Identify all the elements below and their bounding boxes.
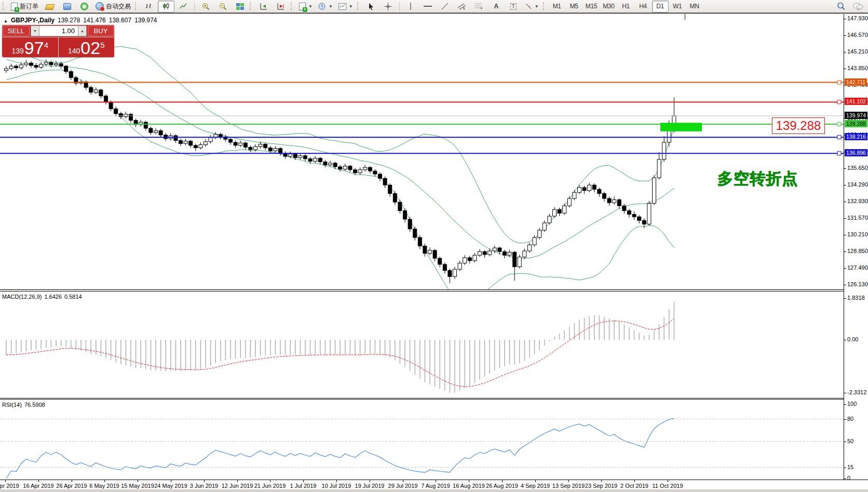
- arrows-button[interactable]: ▼: [522, 1, 541, 12]
- tile-windows-icon: [236, 3, 244, 10]
- candlestick-icon: [162, 3, 170, 10]
- crosshair-button[interactable]: [380, 1, 397, 12]
- timeframe-D1[interactable]: D1: [652, 1, 669, 12]
- toolbar-grip[interactable]: [3, 2, 6, 10]
- sell-button[interactable]: SELL: [3, 25, 30, 36]
- strategy-tester-button[interactable]: [76, 1, 92, 12]
- axis-price-label-139.974[interactable]: 139.974: [845, 112, 867, 119]
- toolbar-grip[interactable]: [543, 2, 546, 10]
- fibonacci-button[interactable]: F: [471, 1, 487, 12]
- candle-body: [318, 158, 322, 162]
- volume-input[interactable]: 1.00: [39, 25, 78, 36]
- toolbar-grip[interactable]: [357, 2, 360, 10]
- toolbar-grip[interactable]: [135, 2, 138, 10]
- candle-body: [578, 188, 581, 192]
- price-annotation-box[interactable]: 139.288: [772, 117, 825, 134]
- candle-body: [304, 156, 307, 159]
- vertical-line-button[interactable]: [402, 1, 419, 12]
- axis-price-label-136.896[interactable]: 136.896: [845, 149, 867, 156]
- rsi-pane[interactable]: [0, 400, 844, 480]
- auto-scroll-button[interactable]: [255, 1, 272, 12]
- channel-button[interactable]: E: [454, 1, 470, 12]
- price-axis[interactable]: 147.930146.570145.210143.850142.490141.1…: [844, 14, 868, 480]
- trendline-button[interactable]: [437, 1, 453, 12]
- zoom-in-button[interactable]: [197, 1, 214, 12]
- candle-body: [478, 251, 482, 255]
- hline-anchor[interactable]: [837, 100, 841, 104]
- candle-body: [234, 142, 237, 145]
- bar-chart-button[interactable]: [141, 1, 157, 12]
- chat-button[interactable]: [850, 1, 866, 12]
- templates-button[interactable]: ▼: [336, 1, 356, 12]
- timeframe-M1[interactable]: M1: [549, 1, 565, 12]
- timeframe-M30[interactable]: M30: [600, 1, 617, 12]
- volume-down-button[interactable]: ▼: [31, 25, 39, 36]
- new-order-button[interactable]: + 新订单: [8, 1, 41, 12]
- date-tick: [38, 480, 39, 482]
- volume-up-button[interactable]: ▲: [78, 25, 87, 36]
- price-tick-label: 127.490: [847, 264, 868, 271]
- chart-shift-button[interactable]: [273, 1, 289, 12]
- search-button[interactable]: [833, 1, 849, 12]
- timeframe-H4[interactable]: H4: [635, 1, 652, 12]
- toolbar-grip[interactable]: [291, 2, 294, 10]
- timeframe-M15[interactable]: M15: [583, 1, 600, 12]
- cursor-button[interactable]: [363, 1, 379, 12]
- zoom-out-button[interactable]: [214, 1, 231, 12]
- price-tick-label: 146.570: [847, 32, 868, 38]
- periods-button[interactable]: ▼: [316, 1, 335, 12]
- hline-anchor[interactable]: [837, 136, 841, 139]
- tile-windows-button[interactable]: [232, 1, 248, 12]
- axis-price-label-142.711[interactable]: 142.711: [845, 78, 867, 86]
- hline-anchor[interactable]: [837, 81, 841, 84]
- candle-body: [598, 189, 601, 193]
- equidistant-channel-icon: E: [458, 3, 466, 10]
- candle-body: [628, 210, 631, 214]
- candle-body: [523, 251, 526, 257]
- date-label: 15 May 2019: [121, 483, 154, 489]
- text-label-button[interactable]: T: [505, 1, 522, 12]
- candle-body: [69, 72, 73, 78]
- timeframe-H1[interactable]: H1: [618, 1, 634, 12]
- candle-body: [199, 145, 202, 148]
- chart-title: GBPJPY-,Daily: [11, 17, 55, 24]
- terminal-button[interactable]: [59, 1, 75, 12]
- new-chart-button[interactable]: +▼: [296, 1, 315, 12]
- price-tick-label: 132.930: [847, 198, 868, 204]
- buy-button[interactable]: BUY: [88, 25, 114, 36]
- date-axis[interactable]: 7 Apr 201916 Apr 201926 Apr 20196 May 20…: [0, 480, 868, 489]
- candle-body: [448, 271, 452, 277]
- date-tick: [138, 480, 138, 482]
- candle-body: [184, 141, 187, 144]
- axis-tick: [844, 202, 846, 202]
- candle-body: [493, 248, 496, 251]
- hline-anchor[interactable]: [837, 152, 841, 155]
- macd-pane[interactable]: [0, 291, 844, 398]
- candle-body: [264, 144, 267, 148]
- horizontal-line-button[interactable]: [419, 1, 436, 12]
- candle-body: [622, 206, 626, 210]
- date-label: 21 Jun 2019: [254, 483, 286, 489]
- turning-point-annotation[interactable]: 多空转折点: [717, 168, 798, 190]
- chat-icon: [853, 3, 863, 10]
- hline-anchor[interactable]: [837, 123, 841, 126]
- candlestick-chart-button[interactable]: [158, 1, 174, 12]
- highlight-zone[interactable]: [660, 123, 702, 131]
- autotrade-button[interactable]: 自动交易: [93, 1, 133, 12]
- line-chart-button[interactable]: [175, 1, 192, 12]
- toolbar-grip[interactable]: [250, 2, 253, 10]
- axis-price-label-141.102[interactable]: 141.102: [845, 98, 867, 105]
- axis-price-label-138.216[interactable]: 138.216: [845, 133, 867, 140]
- buy-price[interactable]: 140 02 5: [59, 37, 115, 57]
- collapse-panel-arrow[interactable]: ▲: [4, 19, 8, 23]
- market-watch-button[interactable]: [42, 1, 58, 12]
- candle-body: [348, 166, 352, 170]
- timeframe-M5[interactable]: M5: [566, 1, 582, 12]
- timeframe-MN[interactable]: MN: [686, 1, 703, 12]
- price-pane[interactable]: [0, 14, 844, 289]
- sell-price[interactable]: 139 97 4: [2, 37, 59, 57]
- timeframe-W1[interactable]: W1: [669, 1, 686, 12]
- date-label: 16 Apr 2019: [23, 483, 53, 489]
- text-button[interactable]: A: [488, 1, 505, 12]
- axis-price-label-139.288[interactable]: 139.288: [845, 120, 867, 127]
